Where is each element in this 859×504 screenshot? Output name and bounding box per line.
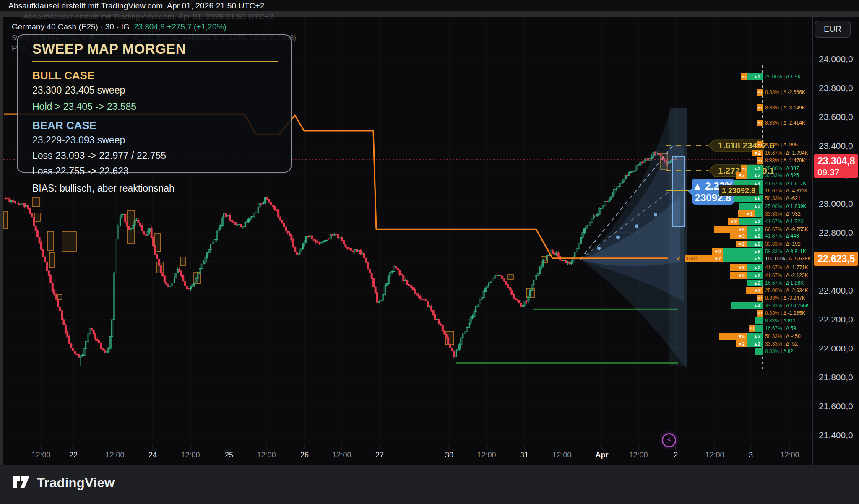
- window-title-ghost: Absaufklausel erstellt mit TradingView.c…: [23, 12, 273, 21]
- time-label: 12:00: [257, 451, 276, 460]
- candle-body: [257, 207, 259, 213]
- candle-body: [35, 226, 36, 231]
- candle-body: [248, 219, 250, 222]
- flash-boost-icon[interactable]: ⚡: [662, 433, 676, 447]
- candle-body: [410, 286, 412, 288]
- candle-body: [164, 276, 165, 282]
- currency-button[interactable]: EUR: [815, 21, 851, 38]
- candle-body: [266, 197, 268, 199]
- candle-body: [186, 286, 188, 289]
- candle-body: [220, 225, 221, 229]
- candle-body: [451, 348, 453, 351]
- candle-body: [214, 240, 216, 242]
- symbol-title[interactable]: Germany 40 Cash (E25) · 30 · IG23.304,8 …: [12, 23, 296, 31]
- panel-title-underline: [32, 61, 278, 62]
- candle-body: [425, 300, 427, 301]
- candle-body: [158, 259, 160, 265]
- candle-body: [112, 320, 113, 336]
- time-label: 30: [445, 451, 453, 460]
- svg-text:8.33% | Δ -3.149K: 8.33% | Δ -3.149K: [765, 105, 805, 111]
- candle-body: [500, 275, 501, 276]
- candle-body: [190, 287, 192, 289]
- candle-body: [201, 264, 203, 269]
- candle-body: [29, 208, 31, 213]
- candle-body: [406, 281, 408, 285]
- svg-text:▼7: ▼7: [714, 256, 721, 261]
- poc-price-badge: 22.623,5: [814, 252, 858, 266]
- fvg-box: [35, 213, 40, 221]
- time-label: 26: [300, 451, 309, 460]
- candle-body: [503, 279, 505, 281]
- candle-body: [557, 253, 559, 256]
- tradingview-brand[interactable]: TradingView: [13, 475, 115, 491]
- candle-body: [225, 213, 227, 217]
- candle-body: [274, 206, 276, 209]
- price-label: 22.000,0: [819, 343, 853, 353]
- time-axis[interactable]: 12:002212:002412:002512:002612:00273012:…: [0, 446, 859, 465]
- candle-body: [472, 317, 474, 318]
- candle-body: [328, 239, 330, 239]
- candle-body: [352, 251, 354, 252]
- candle-body: [606, 201, 608, 202]
- candle-body: [360, 251, 362, 254]
- candle-body: [317, 242, 318, 243]
- candle-body: [380, 300, 382, 301]
- svg-text:8.33% | Δ 82: 8.33% | Δ 82: [765, 348, 794, 354]
- time-label: 27: [375, 451, 384, 460]
- candle-body: [636, 165, 638, 170]
- candle-body: [643, 161, 645, 162]
- candle-body: [475, 306, 477, 312]
- price-axis[interactable]: 23.304,8 09:37 22.623,5 24.000,023.800,0…: [812, 17, 859, 465]
- candle-body: [589, 222, 591, 225]
- svg-text:▲2: ▲2: [753, 166, 760, 171]
- candle-body: [250, 218, 251, 219]
- candle-body: [244, 222, 246, 227]
- svg-text:58.33% | Δ -450: 58.33% | Δ -450: [765, 333, 801, 339]
- fvg-box: [180, 257, 186, 265]
- price-label: 21.400,0: [819, 430, 853, 440]
- candle-body: [586, 226, 587, 229]
- candlesticks: [5, 145, 677, 366]
- candle-body: [242, 227, 244, 227]
- candle-body: [169, 286, 171, 287]
- candle-body: [535, 275, 537, 280]
- candle-body: [95, 334, 96, 339]
- time-label: Apr: [596, 451, 609, 460]
- symbol-text: Germany 40 Cash (E25) · 30 · IG: [12, 22, 130, 31]
- candle-body: [33, 217, 35, 226]
- candle-body: [16, 203, 18, 203]
- candle-body: [72, 348, 74, 351]
- candle-body: [175, 273, 177, 278]
- svg-text:▼1: ▼1: [757, 296, 763, 300]
- candle-body: [184, 281, 186, 286]
- svg-text:▼5: ▼5: [738, 334, 745, 339]
- candle-body: [416, 293, 417, 295]
- candle-body: [193, 283, 195, 284]
- svg-text:PoC: PoC: [687, 256, 697, 262]
- forecast-cone: [580, 108, 687, 369]
- candle-body: [305, 236, 307, 242]
- candle-body: [26, 206, 27, 207]
- candle-body: [145, 234, 147, 235]
- candle-body: [246, 222, 247, 222]
- candle-body: [59, 307, 61, 311]
- candle-body: [70, 344, 72, 348]
- candle-body: [143, 231, 145, 234]
- candle-body: [634, 170, 636, 171]
- candle-body: [343, 241, 344, 244]
- candle-body: [417, 295, 419, 296]
- candle-body: [80, 356, 81, 357]
- candle-body: [289, 233, 290, 236]
- candle-body: [10, 200, 12, 201]
- candle-body: [167, 284, 169, 286]
- candle-body: [287, 231, 289, 233]
- candle-body: [326, 239, 328, 241]
- bull-case-heading: BULL CASE: [32, 69, 291, 82]
- candle-body: [462, 334, 464, 338]
- time-label: 22: [69, 451, 78, 460]
- candle-body: [345, 244, 346, 247]
- svg-text:▼1: ▼1: [757, 106, 763, 110]
- candle-body: [182, 276, 184, 281]
- candle-body: [529, 290, 531, 296]
- quote-text: 23.304,8 +275,7 (+1,20%): [134, 22, 226, 31]
